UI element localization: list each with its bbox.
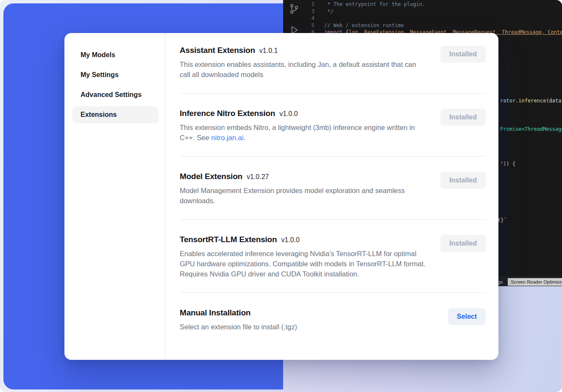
extension-info: Assistant Extension v1.0.1 This extensio… [180,46,426,80]
extension-info: Model Extension v1.0.27 Model Management… [180,172,426,206]
code-text: // Web / extension runtime [324,22,404,29]
sidebar-item-extensions[interactable]: Extensions [72,106,159,123]
extension-version: v1.0.1 [259,47,278,55]
row-divider [180,293,486,293]
installed-button[interactable]: Installed [440,46,486,63]
sidebar-item-advanced-settings[interactable]: Advanced Settings [72,86,159,103]
extension-title: TensortRT-LLM Extension [180,235,277,244]
settings-modal: My Models My Settings Advanced Settings … [64,33,498,360]
extension-info: Manual Installation Select an extension … [180,308,297,332]
code-text: * The entrypoint for the plugin. [324,1,425,8]
code-lines: 2 * The entrypoint for the plugin. 3 */ … [283,1,562,36]
extension-row-assistant: Assistant Extension v1.0.1 This extensio… [180,46,486,80]
nitro-jan-ai-link[interactable]: nitro.jan.ai [211,134,243,141]
settings-sidebar: My Models My Settings Advanced Settings … [64,33,165,360]
extension-row-model: Model Extension v1.0.27 Model Management… [180,172,486,206]
row-divider [180,219,486,220]
screenshot-stage: 2 * The entrypoint for the plugin. 3 */ … [0,0,562,392]
extension-row-inference-nitro: Inference Nitro Extension v1.0.0 This ex… [180,109,486,143]
installed-button[interactable]: Installed [440,235,486,252]
screen-reader-optimized-badge[interactable]: Screen Reader Optimize [508,278,562,286]
extension-title-line: Inference Nitro Extension v1.0.0 [180,109,426,118]
row-divider [180,93,486,94]
extension-description: This extension embeds Nitro, a lightweig… [180,122,426,143]
extension-title: Assistant Extension [180,46,255,55]
select-file-button[interactable]: Select [448,308,486,325]
sidebar-item-my-settings[interactable]: My Settings [72,66,159,83]
installed-button[interactable]: Installed [440,109,486,126]
installed-button[interactable]: Installed [440,172,486,189]
line-number: 5 [283,22,314,29]
line-number: 2 [283,1,314,8]
code-fragment: ")) { [500,160,515,167]
code-line: 4 [283,15,562,22]
extension-title-line: Manual Installation [180,308,297,317]
extension-title: Inference Nitro Extension [180,109,275,118]
extension-description: This extension enables assistants, inclu… [180,59,426,80]
extension-info: Inference Nitro Extension v1.0.0 This ex… [180,109,426,143]
line-number: 3 [283,8,314,15]
manual-installation-description: Select an extension file to install (.tg… [180,322,297,332]
manual-installation-title: Manual Installation [180,308,250,317]
extension-description: Model Management Extension provides mode… [180,185,426,206]
code-line: 2 * The entrypoint for the plugin. [283,1,562,8]
extension-version: v1.0.27 [247,173,269,181]
sidebar-item-my-models[interactable]: My Models [72,47,159,63]
extension-title: Model Extension [180,172,242,181]
manual-installation-row: Manual Installation Select an extension … [180,308,486,332]
extension-title-line: TensortRT-LLM Extension v1.0.0 [180,235,426,244]
code-line: 5 // Web / extension runtime [283,22,562,29]
extension-info: TensortRT-LLM Extension v1.0.0 Enables a… [180,235,426,279]
row-divider [180,156,486,157]
extension-version: v1.0.0 [281,236,300,244]
code-text: */ [324,8,334,15]
extension-description: Enables accelerated inference leveraging… [180,248,426,279]
extension-row-tensorrt-llm: TensortRT-LLM Extension v1.0.0 Enables a… [180,235,486,279]
extensions-panel: Assistant Extension v1.0.1 This extensio… [165,33,498,360]
extension-title-line: Assistant Extension v1.0.1 [180,46,426,55]
code-fragment: t}` [498,217,507,224]
extension-title-line: Model Extension v1.0.27 [180,172,426,181]
extension-version: v1.0.0 [279,110,298,118]
code-fragment: Promise<ThreadMessage> [500,126,562,133]
code-fragment: rator.inference(data)); [500,97,562,104]
line-number: 4 [283,15,314,22]
code-line: 3 */ [283,8,562,15]
